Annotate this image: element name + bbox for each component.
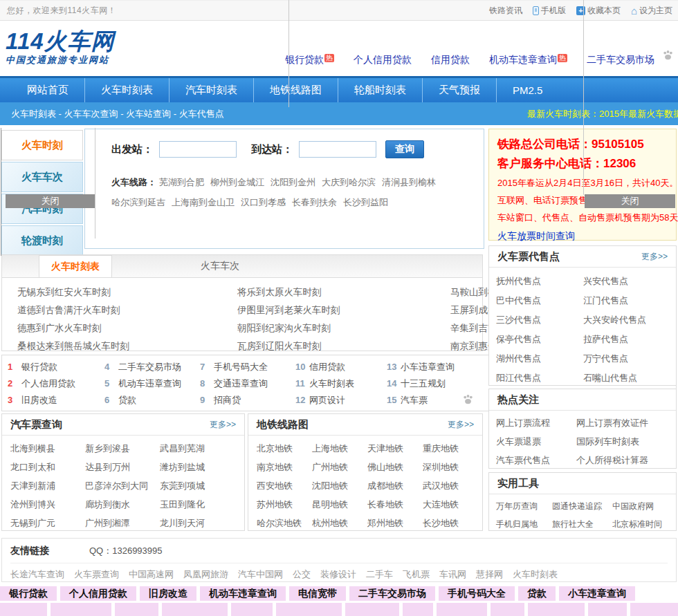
metro-link[interactable]: 重庆地铁	[423, 439, 482, 458]
bottom-ad-link[interactable]: 电信宽带	[289, 586, 346, 601]
nav-item[interactable]: 天气预报	[423, 78, 497, 102]
friend-link[interactable]: 长途汽车查询	[10, 568, 64, 581]
more-link[interactable]: 更多>>	[448, 419, 474, 431]
train-schedule-link[interactable]: 道德到古鲁满汗火车时刻	[17, 301, 237, 319]
friend-link[interactable]: 慧择网	[476, 568, 503, 581]
bottom-ad-link[interactable]	[437, 603, 487, 616]
metro-link[interactable]: 苏州地铁	[257, 495, 312, 514]
bus-route-link[interactable]: 广州到湘潭	[85, 514, 160, 532]
train-schedule-link[interactable]: 将乐到太原火车时刻	[237, 283, 450, 301]
tool-link[interactable]: 手机归属地	[496, 515, 552, 533]
friend-link[interactable]: 装修设计	[320, 568, 356, 581]
site-logo[interactable]: 114火车网 中国交通旅游专业网站	[6, 29, 115, 66]
header-promo-link[interactable]: 二手车交易市场	[587, 54, 654, 66]
metro-link[interactable]: 佛山地铁	[367, 458, 423, 476]
rank-link[interactable]: 12网页设计	[295, 394, 387, 407]
bottom-ad-link[interactable]	[231, 603, 273, 616]
bottom-ad-link[interactable]	[115, 603, 159, 616]
rank-link[interactable]: 6贷款	[104, 394, 200, 407]
rank-link[interactable]: 5机动车违章查询	[104, 377, 200, 390]
bottom-ad-link[interactable]	[345, 603, 400, 616]
bus-route-link[interactable]: 达县到万州	[85, 458, 160, 476]
agency-link[interactable]: 大兴安岭代售点	[583, 310, 676, 330]
nav-item[interactable]: 火车时刻表	[85, 78, 170, 102]
bottom-ad-link[interactable]: 二手车交易市场	[349, 586, 435, 601]
bottom-ad-link[interactable]	[588, 603, 627, 616]
bottom-ad-link[interactable]	[0, 603, 47, 616]
rank-link[interactable]: 10信用贷款	[295, 361, 387, 373]
metro-link[interactable]: 大连地铁	[423, 495, 482, 514]
friend-link[interactable]: 凤凰网旅游	[183, 568, 228, 581]
header-promo-link[interactable]: 银行贷款热	[285, 54, 334, 66]
train-line-link[interactable]: 长春到扶余	[292, 197, 337, 207]
train-line-link[interactable]: 柳州到金城江	[210, 177, 264, 187]
bus-route-link[interactable]: 巴彦淖尔到大同	[85, 476, 160, 495]
arrive-input[interactable]	[299, 141, 376, 158]
header-promo-link[interactable]: 信用贷款	[431, 54, 470, 66]
header-promo-link[interactable]: 个人信用贷款	[354, 54, 412, 66]
bottom-ad-link[interactable]	[403, 603, 433, 616]
agency-link[interactable]: 拉萨代售点	[583, 330, 676, 349]
tab-train-number[interactable]: 火车车次	[201, 255, 239, 277]
friend-link[interactable]: 飞机票	[403, 568, 430, 581]
train-schedule-link[interactable]: 桑根达来到熊岳城火车时刻	[17, 337, 237, 355]
agency-link[interactable]: 万宁代售点	[583, 349, 676, 368]
rank-link[interactable]: 7手机号码大全	[200, 361, 295, 373]
metro-link[interactable]: 深圳地铁	[423, 458, 482, 476]
header-promo-link[interactable]: 机动车违章查询热	[489, 54, 567, 66]
tool-link[interactable]: 旅行社大全	[552, 515, 612, 533]
focus-link[interactable]: 国际列车时刻表	[576, 432, 676, 451]
metro-link[interactable]: 昆明地铁	[312, 495, 367, 514]
bus-route-link[interactable]: 北海到横县	[10, 439, 85, 458]
agency-link[interactable]: 巴中代售点	[496, 291, 583, 310]
focus-link[interactable]: 火车票退票	[496, 432, 576, 451]
topbar-link-railnews[interactable]: 铁路资讯	[489, 5, 522, 17]
focus-link[interactable]: 网上订票有效证件	[576, 413, 676, 432]
agency-link[interactable]: 兴安代售点	[583, 272, 676, 291]
bottom-ad-link[interactable]	[528, 603, 585, 616]
train-schedule-link[interactable]: 瓦房到辽阳火车时刻	[237, 337, 450, 355]
friend-link[interactable]: 车讯网	[439, 568, 466, 581]
breadcrumb[interactable]: 火车时刻表 - 火车车次查询 - 火车站查询 - 火车代售点	[11, 108, 224, 120]
train-line-link[interactable]: 大庆到哈尔滨	[322, 177, 376, 187]
train-schedule-link[interactable]: 德惠到广水火车时刻	[17, 319, 237, 337]
focus-link[interactable]: 汽车票代售点	[496, 451, 576, 469]
ad-close-button[interactable]: 关闭	[6, 194, 95, 208]
nav-item[interactable]: 地铁线路图	[254, 78, 338, 102]
ad-close-button[interactable]: 关闭	[585, 194, 675, 208]
topbar-link-mobile[interactable]: 手机版	[533, 5, 566, 17]
metro-link[interactable]: 哈尔滨地铁	[257, 514, 312, 532]
tab-train-schedule[interactable]: 火车时刻表	[39, 255, 112, 277]
train-line-link[interactable]: 芜湖到合肥	[159, 177, 204, 187]
bottom-ad-link[interactable]: 机动车违章查询	[200, 586, 286, 601]
bottom-ad-link[interactable]	[51, 603, 111, 616]
bus-route-link[interactable]: 武昌到芜湖	[160, 439, 244, 458]
bottom-ad-link[interactable]	[162, 603, 228, 616]
metro-link[interactable]: 西安地铁	[257, 476, 312, 495]
rank-link[interactable]: 3旧房改造	[8, 394, 104, 407]
depart-input[interactable]	[159, 141, 237, 158]
metro-link[interactable]: 长春地铁	[367, 495, 423, 514]
train-schedule-link[interactable]: 无锡东到红安火车时刻	[17, 283, 237, 301]
metro-link[interactable]: 长沙地铁	[423, 514, 482, 532]
train-line-link[interactable]: 长沙到益阳	[343, 197, 388, 207]
bus-route-link[interactable]: 无锡到广元	[10, 514, 85, 532]
friend-link[interactable]: 汽车中国网	[238, 568, 283, 581]
train-line-link[interactable]: 哈尔滨到延吉	[111, 197, 165, 207]
agency-link[interactable]: 湖州代售点	[496, 349, 583, 368]
tool-link[interactable]: 北京标准时间	[612, 515, 676, 533]
more-link[interactable]: 更多>>	[210, 419, 236, 431]
bus-route-link[interactable]: 天津到新浦	[10, 476, 85, 495]
agency-link[interactable]: 江门代售点	[583, 291, 676, 310]
agency-link[interactable]: 阳江代售点	[496, 368, 583, 388]
tool-link[interactable]: 中国政府网	[612, 497, 676, 515]
bottom-ad-link[interactable]	[491, 603, 524, 616]
rank-link[interactable]: 9招商贷	[200, 394, 295, 407]
metro-link[interactable]: 广州地铁	[312, 458, 367, 476]
agency-link[interactable]: 保亭代售点	[496, 330, 583, 349]
topbar-link-homepage[interactable]: ⌂设为主页	[631, 5, 672, 17]
nav-item[interactable]: 网站首页	[11, 78, 85, 102]
friend-link[interactable]: 火车时刻表	[513, 568, 558, 581]
rank-link[interactable]: 11火车时刻表	[295, 377, 387, 390]
focus-link[interactable]: 个人所得税计算器	[576, 451, 676, 469]
